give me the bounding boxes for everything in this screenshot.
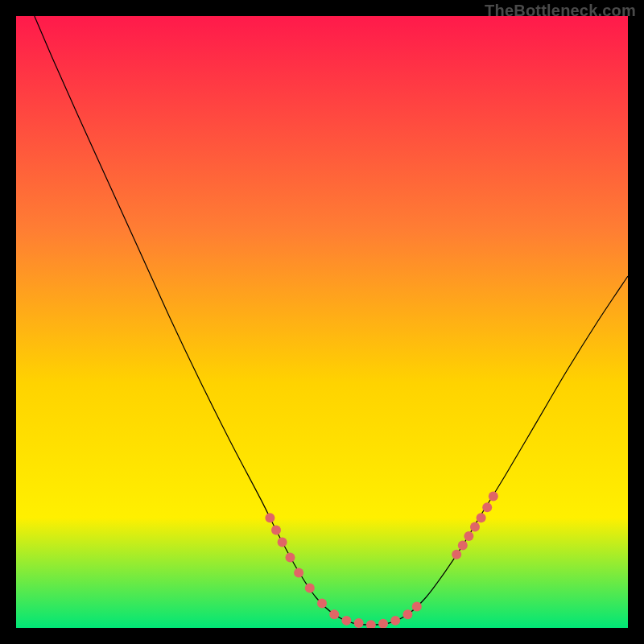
data-marker	[402, 609, 412, 619]
data-marker	[477, 513, 486, 522]
data-marker	[285, 553, 295, 563]
data-marker	[470, 522, 480, 532]
data-marker	[294, 568, 303, 578]
watermark-text: TheBottleneck.com	[485, 2, 636, 20]
data-marker	[317, 599, 327, 609]
data-marker	[458, 540, 468, 550]
data-marker	[452, 550, 461, 559]
data-marker	[390, 616, 400, 625]
bottleneck-curve-chart	[16, 16, 628, 628]
data-marker	[271, 525, 281, 535]
plot-area	[16, 16, 628, 628]
gradient-background	[16, 16, 628, 628]
data-marker	[265, 513, 275, 522]
data-marker	[341, 616, 351, 625]
data-marker	[482, 502, 492, 512]
data-marker	[412, 601, 422, 611]
data-marker	[305, 584, 315, 593]
data-marker	[329, 609, 339, 619]
chart-frame: TheBottleneck.com	[0, 0, 644, 644]
data-marker	[464, 531, 473, 541]
data-marker	[278, 538, 287, 547]
data-marker	[489, 492, 498, 502]
data-marker	[354, 618, 364, 628]
